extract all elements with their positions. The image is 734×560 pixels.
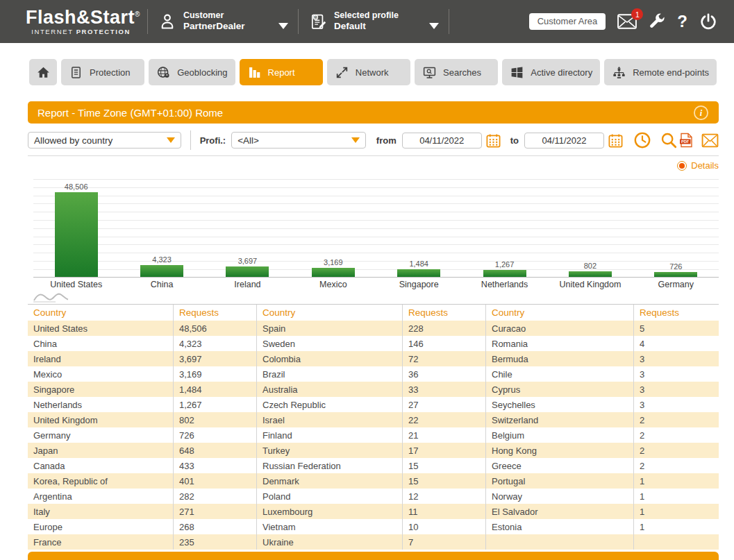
messages-button[interactable]: 1: [617, 14, 637, 29]
header-divider: [147, 9, 148, 34]
network-arrows-icon: [335, 65, 349, 80]
logo-subtitle: INTERNET PROTECTION: [26, 28, 140, 35]
cell-requests: 15: [403, 473, 486, 489]
cell-country: United States: [28, 321, 174, 336]
calendar-icon[interactable]: [485, 133, 501, 149]
endpoints-tree-icon: [612, 65, 626, 80]
bar-slot: 1,484: [376, 260, 462, 277]
cell-country: Romania: [486, 336, 634, 351]
filter-divider: [190, 130, 191, 150]
search-icon[interactable]: [660, 131, 678, 149]
tab-network[interactable]: Network: [327, 59, 410, 85]
tab-label: Protection: [90, 67, 131, 78]
cell-country: Argentina: [28, 489, 174, 504]
cell-country: Australia: [257, 382, 403, 397]
table-row: China4,323Sweden146Romania4: [28, 336, 719, 351]
bar-x-label: Singapore: [376, 280, 462, 289]
bar-slot: 3,169: [290, 258, 376, 277]
svg-text:@: @: [314, 15, 318, 19]
settings-wrench-icon[interactable]: [649, 13, 665, 30]
table-row: Ireland3,697Colombia72Bermuda3: [28, 351, 719, 366]
profile-filter-label: Profi.:: [200, 135, 226, 146]
cell-country: Hong Kong: [486, 443, 634, 458]
cell-country: Korea, Republic of: [28, 473, 174, 489]
calendar-icon[interactable]: [608, 133, 624, 149]
tab-report[interactable]: Report: [240, 59, 323, 85]
cell-requests: 3: [634, 382, 719, 397]
cell-requests: 21: [403, 427, 486, 443]
cell-requests: 4,323: [174, 336, 257, 351]
cell-country: Vietnam: [257, 519, 403, 534]
chevron-down-icon[interactable]: [429, 23, 439, 29]
bar-slot: 726: [633, 262, 719, 277]
report-type-select[interactable]: Allowed by country: [28, 132, 181, 149]
svg-text:PDF: PDF: [681, 139, 690, 144]
flashstart-logo[interactable]: Flash&Start® INTERNET PROTECTION: [26, 8, 140, 35]
section-divider: [28, 155, 719, 156]
logo-title: Flash&Start®: [26, 8, 140, 27]
tab-geoblocking[interactable]: Geoblocking: [149, 59, 235, 85]
cell-requests: 235: [174, 534, 257, 550]
cell-requests: 2: [634, 443, 719, 458]
cell-country: Seychelles: [486, 397, 634, 412]
tab-home[interactable]: [29, 59, 57, 85]
column-header-country: Country: [486, 305, 634, 321]
clock-history-icon[interactable]: [633, 131, 651, 149]
cell-country: Belgium: [486, 427, 634, 443]
cell-country: Estonia: [486, 519, 634, 534]
bar-slot: 4,323: [119, 255, 204, 277]
cell-requests: 15: [403, 458, 486, 473]
cell-country: Denmark: [257, 473, 403, 489]
tab-remote-end-points[interactable]: Remote end-points: [604, 59, 717, 85]
from-label: from: [376, 135, 397, 146]
top-header: Flash&Start® INTERNET PROTECTION Custome…: [0, 0, 734, 43]
bar-singapore: [397, 269, 440, 277]
chevron-down-icon[interactable]: [278, 23, 288, 29]
from-date-input[interactable]: [402, 133, 482, 149]
table-row: Singapore1,484Australia33Cyprus3: [28, 382, 719, 397]
table-row: Mexico3,169Brazil36Chile3: [28, 366, 719, 382]
nav-tabs: ProtectionGeoblockingReportNetworkSearch…: [29, 59, 717, 85]
tab-protection[interactable]: Protection: [61, 59, 144, 85]
table-row: Canada433Russian Federation15Greece2: [28, 458, 719, 473]
mail-count-badge: 1: [631, 8, 643, 20]
export-pdf-icon[interactable]: PDF: [678, 132, 694, 149]
cell-requests: 11: [403, 504, 486, 519]
bar-value-label: 4,323: [152, 255, 172, 264]
to-label: to: [510, 135, 519, 146]
bar-ireland: [226, 266, 269, 277]
cell-country: [486, 534, 634, 550]
profile-filter-select[interactable]: <All>: [231, 132, 366, 149]
cell-requests: [634, 534, 719, 550]
cell-requests: 1: [634, 504, 719, 519]
bar-x-label: Netherlands: [462, 280, 547, 289]
tab-active-directory[interactable]: Active directory: [502, 59, 600, 85]
customer-selector[interactable]: Customer PartnerDealer: [155, 10, 291, 33]
bar-value-label: 726: [669, 262, 682, 271]
chevron-down-icon: [351, 137, 360, 143]
send-mail-icon[interactable]: [701, 133, 719, 148]
cell-requests: 48,506: [174, 321, 257, 336]
details-toggle[interactable]: Details: [677, 160, 719, 171]
to-date-input[interactable]: [524, 133, 604, 149]
filter-row: Allowed by country Profi.: <All> from to…: [28, 131, 719, 149]
cell-requests: 4: [634, 336, 719, 351]
cell-requests: 7: [403, 534, 486, 550]
cell-requests: 5: [634, 321, 719, 336]
cell-country: Sweden: [257, 336, 403, 351]
cell-country: Finland: [257, 427, 403, 443]
tab-label: Searches: [443, 67, 481, 78]
power-logout-icon[interactable]: [699, 12, 717, 31]
profile-selector[interactable]: @ Selected profile Default: [306, 10, 442, 33]
profile-value: Default: [334, 21, 399, 33]
cell-country: United Kingdom: [28, 412, 174, 427]
cell-country: Russian Federation: [257, 458, 403, 473]
info-icon[interactable]: i: [693, 105, 709, 121]
line-chart-toggle-icon[interactable]: [32, 290, 72, 304]
tab-searches[interactable]: Searches: [415, 59, 498, 85]
help-icon[interactable]: ?: [677, 12, 687, 31]
cell-requests: 72: [403, 351, 486, 366]
cell-requests: 1,484: [174, 382, 257, 397]
table-row: Japan648Turkey17Hong Kong2: [28, 443, 719, 458]
customer-area-button[interactable]: Customer Area: [529, 13, 606, 30]
